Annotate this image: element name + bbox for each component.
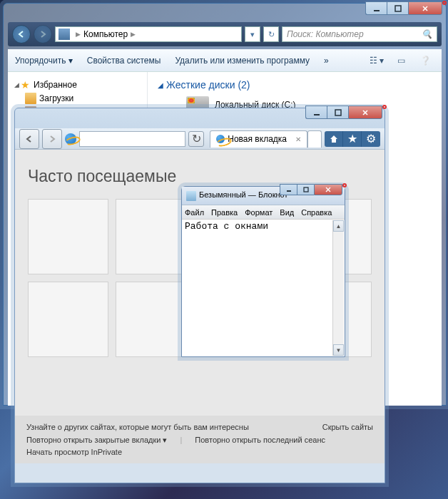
search-input[interactable]: Поиск: Компьютер 🔍 [282,26,437,42]
refresh-button[interactable]: ↻ [263,26,279,42]
collapse-icon[interactable]: ◢ [158,81,163,89]
scroll-up-button[interactable]: ▲ [333,220,344,232]
page-heading: Часто посещаемые [28,167,372,186]
minimize-button[interactable] [305,106,327,119]
new-tab-button[interactable] [307,130,322,148]
explorer-command-bar: Упорядочить ▾ Свойства системы Удалить и… [8,49,442,72]
explorer-nav-toolbar: ▶ Компьютер ▶ ▾ ↻ Поиск: Компьютер 🔍 [8,22,442,46]
menu-edit[interactable]: Правка [211,208,238,217]
site-tile[interactable] [28,199,108,274]
menu-format[interactable]: Формат [245,208,273,217]
uninstall-program-button[interactable]: Удалить или изменить программу [175,56,310,66]
system-properties-button[interactable]: Свойства системы [87,56,161,66]
organize-menu[interactable]: Упорядочить ▾ [15,56,73,66]
back-button[interactable] [12,25,31,43]
highlight-window-controls-explorer [442,1,447,5]
hdd-section-header[interactable]: ◢ Жесткие диски (2) [158,79,432,91]
tree-downloads[interactable]: Загрузки [12,92,143,105]
highlight-window-controls-notepad [342,183,347,187]
reopen-closed-tabs-link[interactable]: Повторно открыть закрытые вкладки ▾ [26,436,167,445]
favorites-button[interactable]: ★ [343,131,362,147]
notepad-icon [186,191,196,201]
reopen-last-session-link[interactable]: Повторно открыть последний сеанс [195,436,325,445]
svg-rect-0 [374,10,380,11]
notepad-window: Безымянный — Блокнот Файл Правка Формат … [181,186,345,357]
forward-button[interactable] [34,25,52,43]
svg-rect-1 [395,6,401,11]
back-button[interactable] [19,129,39,149]
view-options-button[interactable]: ☷ ▾ [367,53,386,68]
scrollbar[interactable]: ▲ ▼ [332,220,344,356]
svg-rect-2 [314,114,320,115]
notepad-textarea[interactable]: Работа с окнами [182,220,345,354]
menu-view[interactable]: Вид [280,208,294,217]
tab-label: Новая вкладка [228,134,287,144]
more-chevron[interactable]: » [324,56,329,66]
highlight-window-controls-ie [382,105,387,109]
chevron-right-icon: ▶ [131,31,136,38]
svg-rect-4 [287,190,291,192]
browser-tab[interactable]: Новая вкладка ✕ [210,130,307,148]
tree-favorites[interactable]: ◢ ★ Избранное [12,78,143,91]
close-button[interactable] [408,1,442,15]
close-button[interactable] [348,106,382,119]
ie-logo-icon [216,135,225,143]
maximize-button[interactable] [327,106,348,119]
minimize-button[interactable] [365,1,387,15]
svg-rect-3 [335,110,341,115]
ie-page-footer: Узнайте о других сайтах, которые могут б… [15,416,385,463]
star-icon: ★ [21,79,32,91]
refresh-button[interactable]: ↻ [188,131,204,147]
search-placeholder: Поиск: Компьютер [287,29,364,39]
minimize-button[interactable] [280,184,297,195]
inprivate-link[interactable]: Начать просмотр InPrivate [26,448,373,456]
ie-titlebar[interactable] [15,108,385,128]
notepad-titlebar[interactable]: Безымянный — Блокнот [182,187,345,205]
address-bar[interactable] [79,131,185,147]
close-button[interactable] [314,184,342,195]
help-button[interactable]: ❔ [416,53,434,68]
menu-help[interactable]: Справка [301,208,332,217]
home-button[interactable] [325,131,343,147]
tab-close-button[interactable]: ✕ [295,135,301,143]
computer-icon [58,29,70,40]
explorer-titlebar[interactable] [4,4,446,22]
breadcrumb[interactable]: ▶ Компьютер ▶ [55,26,242,42]
ie-logo-icon [65,133,76,145]
ie-toolbar: ↻ Новая вкладка ✕ ★ ⚙ [15,128,385,150]
breadcrumb-dropdown[interactable]: ▾ [245,26,260,42]
folder-icon [25,93,36,104]
collapse-icon[interactable]: ◢ [12,81,21,88]
preview-pane-button[interactable]: ▭ [392,53,410,68]
search-icon: 🔍 [422,29,432,39]
chevron-right-icon: ▶ [76,31,81,38]
ie-command-buttons: ★ ⚙ [325,131,380,147]
notepad-menubar: Файл Правка Формат Вид Справка [182,205,345,220]
maximize-button[interactable] [387,1,408,15]
menu-file[interactable]: Файл [185,208,204,217]
breadcrumb-segment[interactable]: Компьютер [83,29,128,39]
hide-sites-link[interactable]: Скрыть сайты [322,423,373,431]
forward-button[interactable] [42,129,62,149]
svg-rect-5 [304,187,308,192]
learn-more-link[interactable]: Узнайте о других сайтах, которые могут б… [26,423,249,431]
site-tile[interactable] [28,282,108,357]
tools-button[interactable]: ⚙ [362,131,380,147]
scroll-down-button[interactable]: ▼ [333,344,344,356]
notepad-title: Безымянный — Блокнот [199,190,287,199]
maximize-button[interactable] [297,184,314,195]
